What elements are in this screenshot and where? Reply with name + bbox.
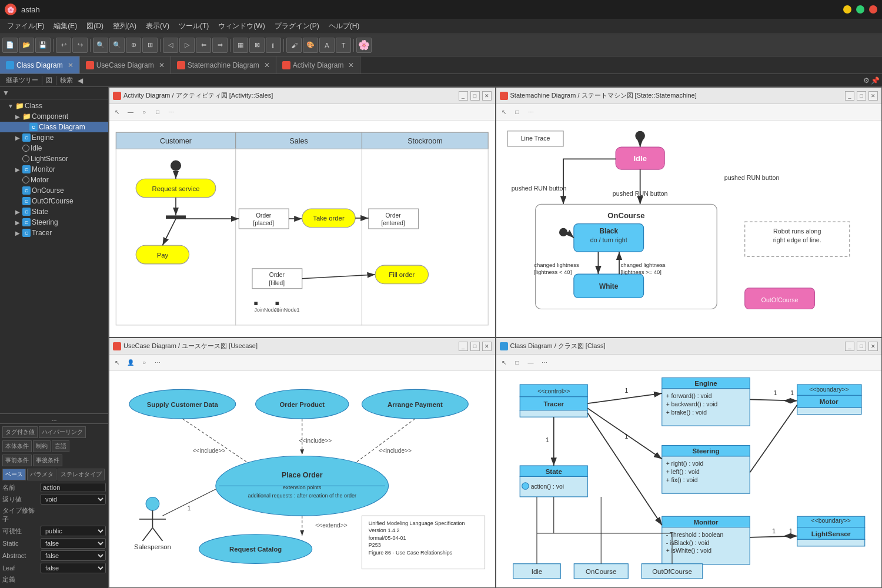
activity-tb-more[interactable]: ⋯ (165, 106, 178, 119)
tab-statemachinediagram[interactable]: Statemachine Diagram ✕ (171, 56, 276, 74)
tab-activity-close[interactable]: ✕ (348, 61, 354, 69)
tb-zoomout[interactable]: 🔍 (109, 38, 125, 53)
tb-arrow-right[interactable]: ▷ (179, 38, 195, 53)
tree-expand-monitor[interactable]: ▶ (14, 166, 21, 173)
usecase-diag-content[interactable]: Supply Customer Data Order Product Arran… (109, 371, 495, 587)
props-tab-stereotype[interactable]: ステレオタイプ (58, 469, 105, 480)
tb-arrow-left2[interactable]: ⇐ (196, 38, 211, 53)
props-tab-postcond[interactable]: 事後条件 (33, 455, 62, 466)
nav-inheritance-tree[interactable]: 継承ツリー (2, 75, 42, 86)
nav-diagram[interactable]: 図 (42, 75, 56, 86)
tree-expand-steering[interactable]: ▶ (14, 219, 21, 226)
tree-expand-class[interactable]: ▼ (7, 103, 14, 109)
classdiag-diag-minimize[interactable]: _ (845, 342, 854, 351)
tb-zoom100[interactable]: ⊕ (126, 38, 141, 53)
nav-collapse[interactable]: ◀ (78, 76, 83, 85)
close-button[interactable] (869, 5, 877, 14)
tb-arrow-left[interactable]: ◁ (163, 38, 178, 53)
menu-edit[interactable]: 編集(E) (49, 20, 82, 32)
uc-tb-more[interactable]: ⋯ (151, 356, 164, 369)
usecase-diag-minimize[interactable]: _ (459, 342, 468, 351)
activity-tb-rect[interactable]: □ (151, 106, 164, 119)
props-select-abstract[interactable]: false (41, 550, 106, 561)
nav-pin[interactable]: 📌 (871, 76, 880, 85)
tb-zoomin[interactable]: 🔍 (93, 38, 108, 53)
classdiag-diag-close[interactable]: ✕ (868, 342, 878, 351)
props-select-static[interactable]: false (41, 538, 106, 549)
props-input-name[interactable] (41, 483, 106, 492)
tree-item-motor[interactable]: Motor (0, 175, 108, 185)
menu-help[interactable]: ヘルプ(H) (324, 20, 365, 32)
classdiag-diag-maximize[interactable]: □ (857, 342, 866, 351)
tb-fitall[interactable]: ⊞ (142, 38, 158, 53)
tree-item-class-folder[interactable]: ▼ 📁 Class (0, 101, 108, 111)
tree-item-oncourse[interactable]: C OnCourse (0, 185, 108, 196)
uc-tb-select[interactable]: ↖ (111, 356, 123, 369)
tab-classdiag-close[interactable]: ✕ (68, 61, 74, 69)
tree-item-engine[interactable]: ▶ C Engine (0, 132, 108, 143)
props-select-return[interactable]: void (41, 494, 106, 505)
usecase-diag-maximize[interactable]: □ (470, 342, 480, 351)
activity-tb-select[interactable]: ↖ (111, 106, 123, 119)
tab-usecase-close[interactable]: ✕ (159, 61, 165, 69)
cd-tb-select[interactable]: ↖ (497, 356, 510, 369)
props-tab-lang[interactable]: 言語 (52, 440, 69, 452)
props-tab-param[interactable]: パラメタ (27, 469, 56, 480)
statemachine-diag-content[interactable]: Line Trace Idle pushed RUN button pushed… (496, 121, 882, 337)
tree-item-lightsensor[interactable]: LightSensor (0, 153, 108, 164)
tree-item-tracer[interactable]: ▶ C Tracer (0, 228, 108, 238)
tree-item-state[interactable]: ▶ C State (0, 206, 108, 217)
tab-usecasediagram[interactable]: UseCase Diagram ✕ (80, 56, 171, 74)
props-tab-base[interactable]: ベース (2, 469, 26, 480)
tree-item-monitor[interactable]: ▶ C Monitor (0, 164, 108, 175)
classdiag-diag-content[interactable]: <<control>> Tracer Engine + forward() : … (496, 371, 882, 587)
cd-tb-more[interactable]: ⋯ (538, 356, 551, 369)
props-tab-hyperlink[interactable]: ハイパーリンク (39, 426, 86, 438)
props-select-visibility[interactable]: public (41, 526, 106, 536)
tb-fill[interactable]: 🎨 (303, 38, 318, 53)
activity-diag-content[interactable]: Customer Sales Stockroom Request service (109, 121, 495, 337)
tree-item-outofcourse[interactable]: C OutOfCourse (0, 196, 108, 206)
tb-arrow-right2[interactable]: ⇒ (212, 38, 228, 53)
props-tab-precond[interactable]: 事前条件 (2, 455, 32, 466)
statemachine-diag-maximize[interactable]: □ (857, 91, 866, 101)
statemachine-diag-minimize[interactable]: _ (845, 91, 854, 101)
tree-expand-component[interactable]: ▶ (14, 113, 21, 120)
tb-emoji[interactable]: 🌸 (356, 38, 372, 53)
tree-expand-more[interactable]: ... (0, 413, 108, 423)
tab-statemachine-close[interactable]: ✕ (264, 61, 270, 69)
menu-diagram[interactable]: 図(D) (82, 20, 108, 32)
nav-search[interactable]: 検索 (56, 75, 76, 86)
activity-diag-minimize[interactable]: _ (459, 91, 468, 101)
tree-item-steering[interactable]: ▶ C Steering (0, 217, 108, 228)
search-input[interactable] (12, 89, 106, 96)
sm-tb-more[interactable]: ⋯ (524, 106, 537, 119)
usecase-diag-close[interactable]: ✕ (482, 342, 492, 351)
sm-tb-select[interactable]: ↖ (497, 106, 510, 119)
tab-classdiagram[interactable]: Class Diagram ✕ (0, 56, 80, 74)
tree-expand-tracer[interactable]: ▶ (14, 230, 21, 236)
tb-text[interactable]: A (319, 38, 335, 53)
menu-tools[interactable]: ツール(T) (174, 20, 213, 32)
sm-tb-state[interactable]: □ (511, 106, 524, 119)
activity-diag-maximize[interactable]: □ (470, 91, 480, 101)
tb-new[interactable]: 📄 (2, 38, 18, 53)
cd-tb-class[interactable]: □ (511, 356, 524, 369)
tb-align[interactable]: ⫿ (266, 38, 281, 53)
menu-plugin[interactable]: プラグイン(P) (270, 20, 324, 32)
minimize-button[interactable] (843, 5, 851, 14)
tree-expand-state[interactable]: ▶ (14, 209, 21, 215)
tree-item-classdiag[interactable]: C Class Diagram (0, 122, 108, 132)
maximize-button[interactable] (856, 5, 864, 14)
uc-tb-ellipse[interactable]: ○ (138, 356, 151, 369)
menu-file[interactable]: ファイル(F) (2, 20, 49, 32)
props-tab-body[interactable]: 本体条件 (2, 440, 32, 452)
activity-tb-line[interactable]: — (124, 106, 137, 119)
menu-view[interactable]: 表示(V) (141, 20, 174, 32)
props-tab-constraint[interactable]: 制約 (33, 440, 51, 452)
props-select-leaf[interactable]: false (41, 563, 106, 573)
uc-tb-actor[interactable]: 👤 (124, 356, 137, 369)
tb-open[interactable]: 📂 (19, 38, 34, 53)
tree-expand-engine[interactable]: ▶ (14, 135, 21, 141)
tb-save[interactable]: 💾 (35, 38, 51, 53)
